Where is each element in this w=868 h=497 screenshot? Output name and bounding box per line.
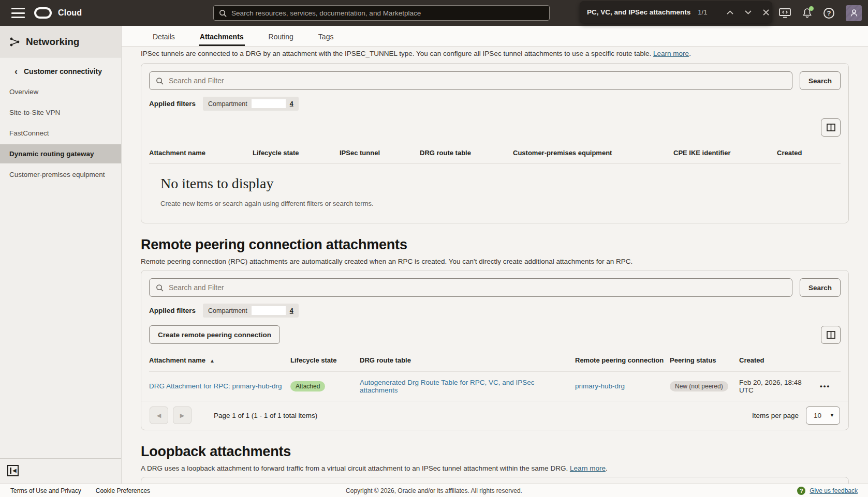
ipsec-search-button[interactable]: Search	[800, 71, 841, 90]
rpc-table-row: DRG Attachment for RPC: primary-hub-drg …	[149, 371, 841, 401]
networking-icon	[9, 36, 21, 48]
rpc-column-settings-button[interactable]	[821, 326, 841, 344]
peering-status-badge: New (not peered)	[670, 381, 728, 391]
feedback-help-icon: ?	[797, 487, 805, 495]
col-ipsec-tunnel[interactable]: IPSec tunnel	[340, 144, 420, 163]
col-lifecycle-state[interactable]: Lifecycle state	[290, 351, 360, 371]
rpc-section-description: Remote peering connection (RPC) attachme…	[141, 258, 849, 265]
ipsec-column-settings-button[interactable]	[821, 118, 841, 137]
ipsec-compartment-filter-chip[interactable]: Compartment 4	[203, 97, 299, 111]
chip-label: Compartment	[208, 100, 247, 108]
rpc-search-filter[interactable]	[149, 278, 792, 297]
sidebar-item-fastconnect[interactable]: FastConnect	[0, 124, 121, 143]
empty-state-subtitle: Create new items or search again using d…	[160, 200, 841, 207]
col-actions	[820, 351, 841, 371]
col-created[interactable]: Created	[739, 351, 820, 371]
rpc-section-title: Remote peering connection attachments	[141, 237, 849, 253]
col-peering-status[interactable]: Peering status	[670, 351, 739, 371]
create-remote-peering-connection-button[interactable]: Create remote peering connection	[149, 325, 280, 344]
remote-peering-connection-link[interactable]: primary-hub-drg	[575, 382, 625, 390]
sidebar-header: Networking	[0, 26, 121, 57]
find-query: PC, VC, and IPSec attachments	[587, 8, 690, 16]
chip-count-link[interactable]: 4	[290, 307, 293, 314]
ipsec-attachments-table: Attachment name Lifecycle state IPSec tu…	[149, 144, 841, 163]
drg-route-table-link[interactable]: Autogenerated Drg Route Table for RPC, V…	[360, 379, 534, 394]
created-cell: Feb 20, 2026, 18:48 UTC	[739, 371, 820, 401]
find-match-count: 1/1	[698, 8, 707, 16]
topbar-icon-group: ?	[779, 0, 862, 26]
ipsec-applied-filters-label: Applied filters	[149, 100, 196, 108]
ipsec-search-filter[interactable]	[149, 71, 792, 90]
col-remote-peering-connection[interactable]: Remote peering connection	[575, 351, 670, 371]
find-close-button[interactable]	[760, 8, 772, 17]
top-bar: Cloud PC, VC, and IPSec attachments 1/1 …	[0, 0, 868, 26]
chip-redacted-value	[252, 99, 286, 108]
rpc-compartment-filter-chip[interactable]: Compartment 4	[203, 304, 299, 318]
find-next-button[interactable]	[742, 9, 755, 16]
brand[interactable]: Cloud	[34, 7, 82, 19]
sidebar-back-nav[interactable]: ‹ Customer connectivity	[0, 57, 121, 81]
rpc-attachments-card: Search Applied filters Compartment 4 Cre…	[141, 270, 849, 430]
rpc-pagination: ◀ ▶ Page 1 of 1 (1 - 1 of 1 total items)…	[141, 401, 848, 430]
ipsec-attachments-card: Search Applied filters Compartment 4	[141, 63, 849, 223]
rpc-applied-filters-label: Applied filters	[149, 307, 196, 314]
next-page-button[interactable]: ▶	[173, 406, 192, 424]
sidebar-item-site-to-site-vpn[interactable]: Site-to-Site VPN	[0, 103, 121, 122]
sidebar: Networking ‹ Customer connectivity Overv…	[0, 26, 122, 484]
loopback-attachments-card: Search Applied filters Compartment	[141, 477, 849, 484]
col-cpe[interactable]: Customer-premises equipment	[513, 144, 673, 163]
global-search-input[interactable]	[231, 9, 544, 17]
col-created[interactable]: Created	[777, 144, 841, 163]
rpc-search-button[interactable]: Search	[800, 278, 841, 297]
sidebar-item-dynamic-routing-gateway[interactable]: Dynamic routing gateway	[0, 144, 121, 163]
tab-routing[interactable]: Routing	[268, 28, 295, 46]
row-actions-menu-button[interactable]: •••	[820, 382, 830, 390]
ipsec-section-description: IPSec tunnels are connected to a DRG by …	[141, 49, 849, 58]
rpc-attachments-table: Attachment name▲ Lifecycle state DRG rou…	[149, 351, 841, 400]
col-lifecycle-state[interactable]: Lifecycle state	[253, 144, 340, 163]
tab-attachments[interactable]: Attachments	[199, 28, 245, 46]
ipsec-learn-more-link[interactable]: Learn more	[653, 50, 689, 57]
ipsec-empty-state: No items to display Create new items or …	[149, 163, 841, 223]
notification-dot	[809, 6, 814, 11]
sidebar-item-overview[interactable]: Overview	[0, 82, 121, 101]
notifications-bell-icon[interactable]	[802, 8, 812, 18]
chip-count-link[interactable]: 4	[290, 100, 293, 108]
rpc-attachment-name-link[interactable]: DRG Attachment for RPC: primary-hub-drg	[149, 382, 282, 390]
help-icon[interactable]: ?	[823, 8, 834, 19]
global-search[interactable]	[213, 5, 550, 21]
empty-state-title: No items to display	[160, 175, 841, 192]
sidebar-footer: ◀	[0, 458, 121, 484]
user-avatar[interactable]	[846, 5, 862, 21]
hamburger-menu-icon[interactable]	[11, 8, 25, 18]
sidebar-collapse-button[interactable]: ◀	[7, 465, 19, 476]
items-per-page-label: Items per page	[752, 412, 799, 419]
ipsec-search-input[interactable]	[169, 77, 786, 85]
find-in-page-bar: PC, VC, and IPSec attachments 1/1	[580, 1, 772, 23]
col-drg-route-table[interactable]: DRG route table	[360, 351, 575, 371]
main-content: Details Attachments Routing Tags IPSec t…	[122, 26, 868, 484]
give-feedback-link[interactable]: Give us feedback	[810, 487, 858, 494]
sidebar-item-customer-premises-equipment[interactable]: Customer-premises equipment	[0, 165, 121, 184]
sidebar-back-label: Customer connectivity	[24, 67, 102, 76]
ipsec-table-header-row: Attachment name Lifecycle state IPSec tu…	[149, 144, 841, 163]
find-previous-button[interactable]	[724, 9, 737, 16]
loopback-learn-more-link[interactable]: Learn more	[570, 464, 606, 472]
col-drg-route-table[interactable]: DRG route table	[420, 144, 513, 163]
loopback-section-description: A DRG uses a loopback attachment to forw…	[141, 464, 849, 472]
col-attachment-name[interactable]: Attachment name▲	[149, 351, 290, 371]
tab-details[interactable]: Details	[152, 28, 176, 46]
rpc-search-input[interactable]	[169, 283, 786, 292]
cookie-preferences-link[interactable]: Cookie Preferences	[96, 487, 150, 494]
lifecycle-state-badge: Attached	[290, 381, 325, 391]
col-attachment-name[interactable]: Attachment name	[149, 144, 253, 163]
previous-page-button[interactable]: ◀	[150, 406, 168, 424]
search-icon	[156, 77, 164, 85]
terms-link[interactable]: Terms of Use and Privacy	[10, 487, 81, 494]
tab-tags[interactable]: Tags	[317, 28, 335, 46]
chevron-down-icon: ▼	[830, 413, 834, 418]
items-per-page-select[interactable]: 10 ▼	[806, 406, 840, 425]
developer-tools-icon[interactable]	[779, 8, 791, 18]
col-cpe-ike-identifier[interactable]: CPE IKE identifier	[673, 144, 777, 163]
chip-label: Compartment	[208, 307, 247, 314]
